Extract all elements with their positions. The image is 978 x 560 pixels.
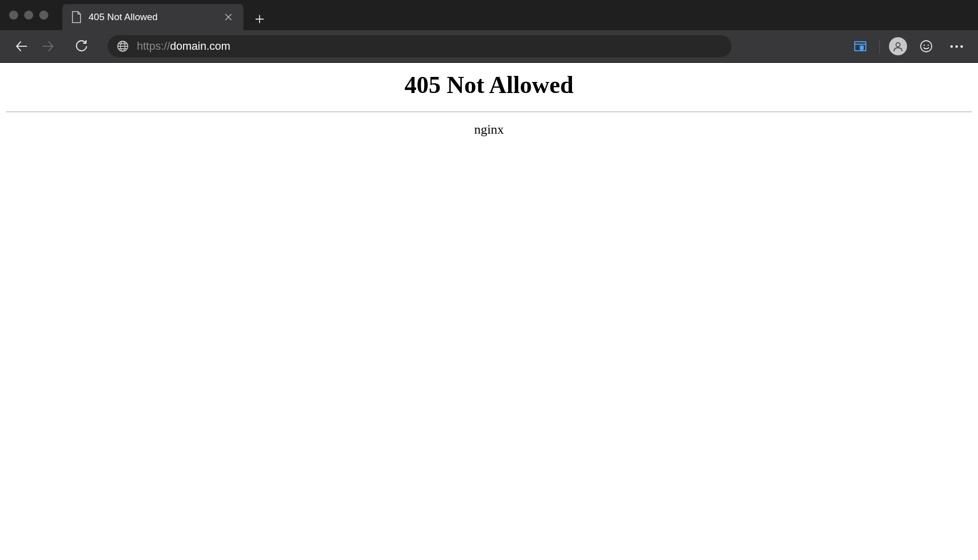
tab-close-button[interactable] — [222, 11, 234, 23]
browser-chrome: 405 Not Allowed — [0, 0, 978, 63]
more-button[interactable] — [945, 40, 968, 53]
browser-tab[interactable]: 405 Not Allowed — [62, 4, 243, 30]
page-icon — [71, 11, 82, 23]
window-maximize-button[interactable] — [39, 11, 48, 20]
window-minimize-button[interactable] — [24, 11, 33, 20]
forward-button[interactable] — [37, 35, 59, 57]
titlebar: 405 Not Allowed — [0, 0, 978, 30]
toolbar-right — [850, 36, 968, 56]
address-bar[interactable]: https://domain.com — [108, 35, 731, 57]
tracking-prevention-icon[interactable] — [850, 36, 870, 56]
window-close-button[interactable] — [9, 11, 18, 20]
window-controls — [9, 11, 48, 20]
server-name: nginx — [6, 122, 972, 137]
toolbar-divider — [879, 39, 880, 53]
tab-strip: 405 Not Allowed — [62, 0, 271, 30]
feedback-icon[interactable] — [916, 36, 936, 56]
url-text[interactable]: https://domain.com — [137, 40, 722, 53]
error-heading: 405 Not Allowed — [6, 71, 972, 99]
new-tab-button[interactable] — [249, 8, 271, 30]
toolbar: https://domain.com — [0, 30, 978, 62]
refresh-button[interactable] — [70, 35, 93, 57]
divider-line — [6, 112, 972, 112]
page-content: 405 Not Allowed nginx — [0, 63, 978, 144]
svg-point-5 — [924, 45, 925, 46]
globe-icon — [117, 40, 129, 52]
url-domain: domain.com — [170, 40, 230, 52]
back-button[interactable] — [10, 35, 32, 57]
svg-point-3 — [896, 43, 900, 47]
url-protocol: https:// — [137, 40, 170, 52]
svg-point-6 — [928, 45, 929, 46]
tab-title: 405 Not Allowed — [89, 12, 215, 23]
profile-button[interactable] — [889, 37, 907, 55]
svg-point-4 — [921, 41, 932, 52]
